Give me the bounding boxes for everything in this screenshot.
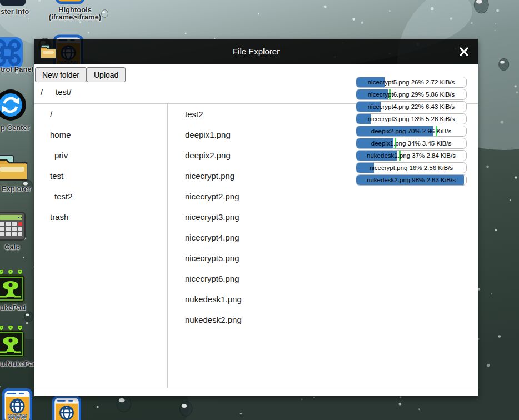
control-panel-label: trol Panel (1, 65, 33, 73)
master-info-icon[interactable] (0, 0, 26, 6)
upload-progress-text: deepix1.png 34% 3.45 KiB/s (356, 138, 466, 148)
master-info-label: ster Info (1, 7, 29, 16)
tree-item[interactable]: / (34, 104, 167, 124)
tree-item[interactable]: home (34, 124, 167, 145)
file-name-label: nicecrypt.png (185, 171, 234, 181)
upload-progress-text: nicecrypt4.png 22% 6.43 KiB/s (356, 102, 466, 112)
www-browser-icon-bottom[interactable]: WWW (52, 396, 81, 420)
upload-progress-text: deepix2.png 70% 2.96 KiB/s (356, 126, 466, 136)
upload-progress-text: nicecrypt.png 16% 2.56 KiB/s (356, 163, 466, 173)
file-explorer-icon[interactable] (0, 154, 28, 183)
tree-item-label: trash (50, 212, 68, 222)
file-name-label: deepix1.png (185, 130, 231, 139)
upload-progress-toast: nicecrypt4.png 22% 6.43 KiB/s (356, 101, 467, 112)
nukepad-label: ukePad (0, 303, 26, 312)
www-browser-icon[interactable]: WWW (2, 388, 32, 420)
file-name-label: test2 (185, 109, 203, 119)
file-list-item[interactable]: nicecrypt4.png (168, 227, 478, 248)
upload-progress-text: nukedesk2.png 98% 2.63 KiB/s (356, 175, 466, 185)
hightools-label: Hightools (iframe>iframe) (39, 6, 111, 21)
desktop: ster Info trol Panel p Center E (0, 0, 519, 420)
upload-button[interactable]: Upload (87, 67, 126, 82)
nukepad2-label: u.NukePad (0, 359, 37, 368)
file-name-label: nicecrypt4.png (185, 233, 239, 242)
file-name-label: nicecrypt2.png (185, 192, 239, 201)
upload-progress-text: nicecrypt5.png 26% 2.72 KiB/s (356, 77, 466, 87)
upload-progress-toast: nicecrypt5.png 26% 2.72 KiB/s (356, 77, 467, 88)
tree-item-label: test (50, 171, 63, 181)
tree-item[interactable]: test (34, 166, 167, 186)
upload-progress-toast: nicecrypt.png 16% 2.56 KiB/s (356, 162, 467, 173)
upload-progress-stack: nicecrypt5.png 26% 2.72 KiB/s nicecrypt6… (356, 77, 467, 187)
www-text: WWW (8, 413, 27, 420)
new-folder-button[interactable]: New folder (35, 67, 87, 82)
calc-label: Calc (4, 243, 19, 251)
app-center-label: p Center (1, 123, 30, 132)
file-list-item[interactable]: nukedesk2.png (168, 309, 478, 330)
nukepad2-icon[interactable] (0, 326, 26, 361)
dialog-title: File Explorer (34, 39, 478, 64)
tree-item-label: priv (54, 151, 68, 160)
app-center-icon[interactable] (0, 89, 27, 123)
tree-item-label: test2 (54, 192, 73, 201)
tree-item-label: / (50, 109, 52, 119)
upload-progress-toast: nicecrypt3.png 13% 5.28 KiB/s (356, 113, 467, 124)
upload-progress-toast: nicecrypt6.png 29% 5.86 KiB/s (356, 89, 467, 100)
breadcrumb-current[interactable]: test/ (56, 87, 71, 97)
dialog-titlebar: File Explorer (34, 39, 478, 64)
file-name-label: nicecrypt6.png (185, 274, 239, 283)
tree-item-label: home (50, 130, 71, 139)
upload-progress-text: nicecrypt3.png 13% 5.28 KiB/s (356, 114, 466, 124)
file-list-item[interactable]: nicecrypt2.png (168, 186, 478, 207)
file-list-item[interactable]: nicecrypt3.png (168, 207, 478, 227)
file-name-label: deepix2.png (185, 151, 231, 160)
calc-icon[interactable] (0, 212, 26, 243)
file-name-label: nicecrypt5.png (185, 253, 239, 263)
dialog-body: New folder Upload / test/ / home priv te… (34, 64, 478, 396)
file-name-label: nicecrypt3.png (185, 212, 239, 222)
nukepad-icon[interactable] (0, 270, 26, 306)
tree-item[interactable]: priv (34, 145, 167, 166)
upload-progress-toast: deepix1.png 34% 3.45 KiB/s (356, 138, 467, 149)
file-explorer-dialog: File Explorer New folder Upload / test/ … (34, 39, 478, 396)
close-icon[interactable] (458, 46, 470, 57)
breadcrumb-root[interactable]: / (41, 87, 43, 97)
upload-progress-text: nicecrypt6.png 29% 5.86 KiB/s (356, 89, 466, 99)
upload-progress-text: nukedesk1.png 37% 2.84 KiB/s (356, 151, 466, 161)
file-explorer-label: Explorer (2, 184, 31, 193)
folder-tree: / home priv test test2 trash (34, 104, 168, 388)
tree-item[interactable]: trash (34, 207, 167, 227)
upload-progress-toast: nukedesk1.png 37% 2.84 KiB/s (356, 150, 467, 161)
file-list-item[interactable]: nicecrypt6.png (168, 268, 478, 289)
file-list-item[interactable]: nukedesk1.png (168, 289, 478, 309)
upload-progress-toast: deepix2.png 70% 2.96 KiB/s (356, 126, 467, 137)
file-name-label: nukedesk2.png (185, 315, 242, 324)
file-list-item[interactable]: nicecrypt5.png (168, 248, 478, 268)
file-name-label: nukedesk1.png (185, 294, 242, 304)
tree-item[interactable]: test2 (34, 186, 167, 207)
upload-progress-toast: nukedesk2.png 98% 2.63 KiB/s (356, 174, 467, 186)
